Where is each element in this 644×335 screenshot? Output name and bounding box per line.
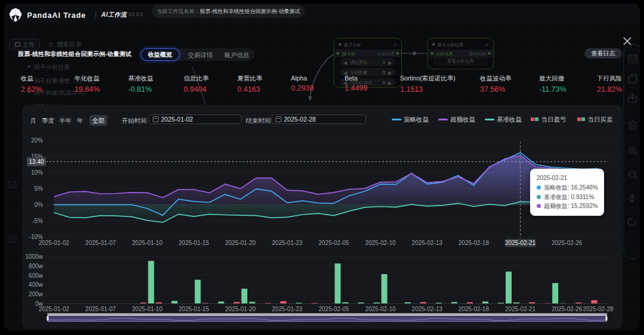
svg-text:2025-02-21: 2025-02-21 (505, 240, 536, 246)
svg-text:2025-01-10: 2025-01-10 (132, 240, 163, 246)
svg-text:2025-02-21: 2025-02-21 (505, 306, 536, 312)
svg-text:800w: 800w (29, 263, 44, 269)
svg-text:2025-02-18: 2025-02-18 (459, 240, 490, 246)
svg-text:2025-01-07: 2025-01-07 (85, 240, 116, 246)
svg-text:200w: 200w (29, 291, 44, 297)
svg-text:2025-01-02: 2025-01-02 (39, 306, 70, 312)
svg-text:13.40: 13.40 (29, 159, 44, 165)
svg-text:2025-01-23: 2025-01-23 (272, 240, 303, 246)
svg-text:2025-01-07: 2025-01-07 (85, 306, 116, 312)
svg-text:2025-01-15: 2025-01-15 (179, 240, 210, 246)
svg-text:2025-02-26: 2025-02-26 (552, 306, 583, 312)
svg-text:2025-01-23: 2025-01-23 (272, 306, 303, 312)
svg-text:2025-02-28: 2025-02-28 (583, 306, 614, 312)
svg-text:2025-02-05: 2025-02-05 (318, 240, 349, 246)
svg-text:2025-02-26: 2025-02-26 (552, 240, 583, 246)
svg-text:20%: 20% (31, 137, 43, 144)
svg-text:2025-02-13: 2025-02-13 (412, 306, 443, 312)
svg-text:1000w: 1000w (26, 253, 44, 260)
svg-text:10%: 10% (31, 169, 43, 176)
svg-text:2025-01-02: 2025-01-02 (39, 240, 70, 246)
svg-text:2025-02-10: 2025-02-10 (365, 240, 396, 246)
svg-text:2025-02-18: 2025-02-18 (459, 306, 490, 312)
svg-text:600w: 600w (29, 272, 44, 279)
svg-text:2025-01-15: 2025-01-15 (179, 306, 210, 312)
svg-text:2025-02-05: 2025-02-05 (318, 306, 349, 312)
svg-text:2025-01-20: 2025-01-20 (225, 306, 256, 312)
svg-text:400w: 400w (29, 281, 44, 288)
svg-text:-5%: -5% (32, 218, 43, 224)
svg-text:0%: 0% (35, 201, 44, 208)
svg-text:2025-01-10: 2025-01-10 (132, 306, 163, 312)
svg-text:2025-02-10: 2025-02-10 (365, 306, 396, 312)
svg-text:2025-02-13: 2025-02-13 (412, 240, 443, 246)
svg-text:5%: 5% (35, 185, 44, 192)
svg-text:2025-01-20: 2025-01-20 (225, 240, 256, 246)
